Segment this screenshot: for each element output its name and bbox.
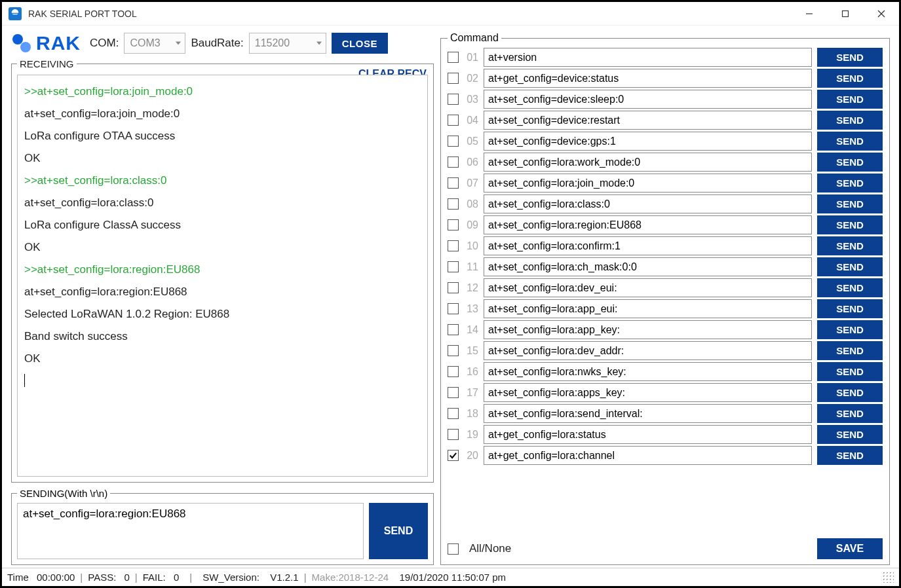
command-checkbox[interactable] [448,387,459,398]
command-checkbox[interactable] [448,115,459,126]
command-send-button[interactable]: SEND [817,236,883,255]
command-send-button[interactable]: SEND [817,174,883,193]
receiving-textarea[interactable]: >>at+set_config=lora:join_mode:0at+set_c… [17,75,428,477]
right-column: Command 01SEND02SEND03SEND04SEND05SEND06… [440,32,890,565]
command-input[interactable] [484,194,812,213]
command-row: 07SEND [448,174,883,193]
command-input[interactable] [484,111,812,130]
recv-line-response: at+set_config=lora:region:EU868 [24,281,421,303]
command-row: 01SEND [448,48,883,67]
command-checkbox[interactable] [448,156,459,168]
maximize-button[interactable] [827,2,863,26]
command-input[interactable] [484,48,812,67]
status-pass-label: PASS: [88,572,116,583]
recv-line-response: Band switch success [24,325,421,348]
command-send-button[interactable]: SEND [817,132,883,151]
command-send-button[interactable]: SEND [817,320,883,339]
command-send-button[interactable]: SEND [817,48,883,67]
window-title: RAK SERIAL PORT TOOL [28,9,137,19]
command-input[interactable] [484,278,812,297]
recv-line-response: Selected LoRaWAN 1.0.2 Region: EU868 [24,303,421,325]
command-send-button[interactable]: SEND [817,404,883,423]
command-checkbox[interactable] [448,450,459,461]
command-checkbox[interactable] [448,408,459,419]
send-button[interactable]: SEND [369,503,428,559]
command-input[interactable] [484,215,812,234]
command-input[interactable] [484,153,812,172]
command-checkbox[interactable] [448,177,459,189]
command-input[interactable] [484,362,812,381]
recv-line-command: >>at+set_config=lora:class:0 [24,170,421,192]
command-checkbox[interactable] [448,345,459,356]
command-checkbox[interactable] [448,73,459,84]
command-input[interactable] [484,90,812,109]
command-number: 02 [464,73,478,84]
command-checkbox[interactable] [448,52,459,63]
command-send-button[interactable]: SEND [817,111,883,130]
command-input[interactable] [484,404,812,423]
command-input[interactable] [484,132,812,151]
command-input[interactable] [484,174,812,193]
command-send-button[interactable]: SEND [817,362,883,381]
sending-input[interactable] [17,503,364,559]
command-checkbox[interactable] [448,282,459,293]
command-send-button[interactable]: SEND [817,257,883,276]
command-send-button[interactable]: SEND [817,425,883,444]
close-window-button[interactable] [863,2,899,26]
allnone-checkbox[interactable] [448,543,459,555]
baud-value: 115200 [255,37,290,49]
command-checkbox[interactable] [448,366,459,377]
command-row: 02SEND [448,69,883,88]
status-sw-value: V1.2.1 [270,572,298,583]
status-time-label: Time [7,572,29,583]
command-checkbox[interactable] [448,94,459,105]
command-send-button[interactable]: SEND [817,299,883,318]
command-input[interactable] [484,341,812,360]
command-checkbox[interactable] [448,429,459,440]
recv-line-command: >>at+set_config=lora:region:EU868 [24,259,421,281]
left-column: RAK COM: COM3 BaudRate: 115200 CLOSE REC… [11,32,434,565]
close-port-button[interactable]: CLOSE [332,33,388,54]
command-send-button[interactable]: SEND [817,69,883,88]
command-number: 19 [464,429,478,441]
command-number: 05 [464,136,478,147]
command-number: 18 [464,408,478,420]
baud-label: BaudRate: [191,37,243,50]
command-input[interactable] [484,320,812,339]
command-send-button[interactable]: SEND [817,383,883,402]
window-controls [791,2,899,26]
command-input[interactable] [484,257,812,276]
command-checkbox[interactable] [448,324,459,335]
command-row: 13SEND [448,299,883,318]
command-input[interactable] [484,299,812,318]
command-input[interactable] [484,236,812,255]
baudrate-combobox[interactable]: 115200 [249,33,326,54]
save-button[interactable]: SAVE [817,538,883,559]
command-checkbox[interactable] [448,219,459,230]
command-send-button[interactable]: SEND [817,153,883,172]
command-checkbox[interactable] [448,136,459,147]
command-send-button[interactable]: SEND [817,278,883,297]
command-checkbox[interactable] [448,303,459,314]
command-send-button[interactable]: SEND [817,215,883,234]
command-send-button[interactable]: SEND [817,90,883,109]
text-cursor [24,374,25,387]
command-input[interactable] [484,425,812,444]
sending-legend: SENDING(With \r\n) [17,488,110,499]
command-input[interactable] [484,446,812,465]
minimize-button[interactable] [791,2,827,26]
command-input[interactable] [484,383,812,402]
resize-grip-icon[interactable] [883,572,894,583]
command-send-button[interactable]: SEND [817,341,883,360]
command-send-button[interactable]: SEND [817,194,883,213]
com-combobox[interactable]: COM3 [124,33,185,54]
command-checkbox[interactable] [448,261,459,272]
command-input[interactable] [484,69,812,88]
command-checkbox[interactable] [448,240,459,251]
command-send-button[interactable]: SEND [817,446,883,465]
connection-toolbar: RAK COM: COM3 BaudRate: 115200 CLOSE [11,32,434,54]
titlebar: RAK SERIAL PORT TOOL [2,2,899,26]
command-row: 09SEND [448,215,883,234]
app-window: RAK SERIAL PORT TOOL RAK COM: COM3 BaudR… [2,2,899,586]
command-checkbox[interactable] [448,198,459,210]
